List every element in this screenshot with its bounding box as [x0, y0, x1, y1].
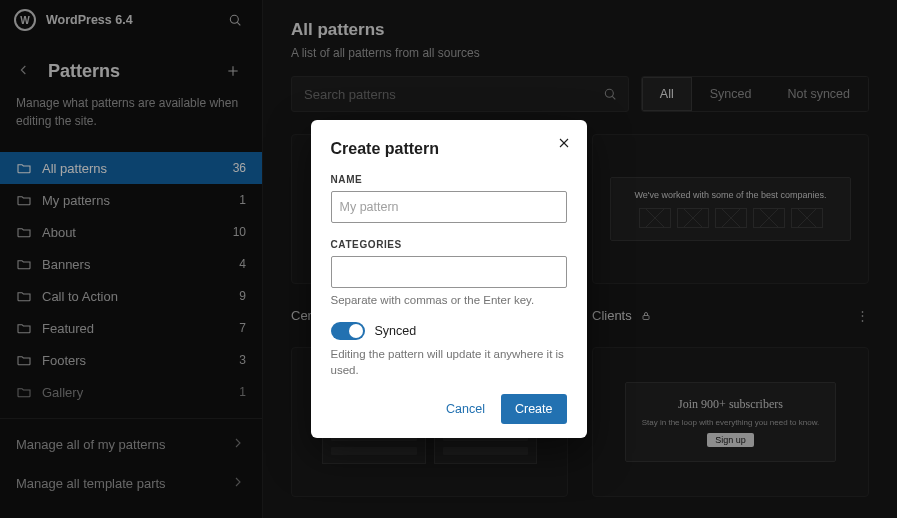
app-root: W WordPress 6.4 Patterns Manage what pat…	[0, 0, 897, 518]
name-label: NAME	[331, 174, 567, 185]
cancel-button[interactable]: Cancel	[440, 394, 491, 424]
create-button[interactable]: Create	[501, 394, 567, 424]
create-pattern-dialog: Create pattern NAME CATEGORIES Separate …	[311, 120, 587, 438]
dialog-actions: Cancel Create	[331, 394, 567, 424]
pattern-name-input[interactable]	[331, 191, 567, 223]
synced-label: Synced	[375, 324, 417, 338]
close-button[interactable]	[551, 130, 577, 156]
close-icon	[556, 135, 572, 151]
synced-help: Editing the pattern will update it anywh…	[331, 346, 567, 378]
categories-label: CATEGORIES	[331, 239, 567, 250]
synced-toggle[interactable]	[331, 322, 365, 340]
synced-row: Synced	[331, 322, 567, 340]
categories-hint: Separate with commas or the Enter key.	[331, 294, 567, 306]
dialog-title: Create pattern	[331, 140, 567, 158]
pattern-categories-input[interactable]	[331, 256, 567, 288]
